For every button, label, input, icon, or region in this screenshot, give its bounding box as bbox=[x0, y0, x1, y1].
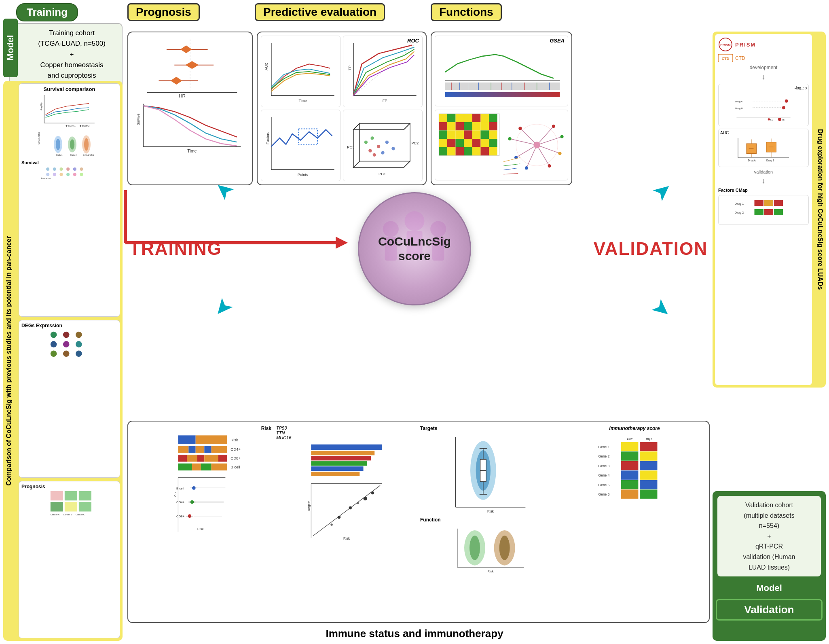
validation-cohort-inner: Validation cohort(multiple datasetsn=554… bbox=[716, 494, 823, 578]
svg-marker-56 bbox=[185, 61, 199, 69]
svg-rect-228 bbox=[211, 464, 227, 470]
immunotherapy-heatmap: Low High Gene 1 Gene 2 Gene 3 Gene 4 Gen… bbox=[564, 433, 705, 562]
svg-point-89 bbox=[373, 153, 376, 157]
svg-line-81 bbox=[404, 161, 410, 167]
gsea-chart: GSEA bbox=[435, 36, 568, 106]
survival-curve: Survive Time bbox=[131, 100, 249, 155]
svg-rect-195 bbox=[764, 200, 774, 206]
svg-rect-122 bbox=[489, 122, 497, 131]
svg-rect-121 bbox=[480, 122, 489, 131]
svg-point-155 bbox=[508, 137, 512, 140]
violin-plots: CoCuLncSig Study 1 Study 2 CoCuLncSig bbox=[21, 130, 117, 159]
svg-point-5 bbox=[80, 125, 81, 127]
svg-text:PC3: PC3 bbox=[347, 145, 354, 149]
svg-rect-120 bbox=[472, 122, 481, 131]
svg-marker-80 bbox=[353, 123, 410, 130]
model-label: Model bbox=[3, 19, 18, 77]
svg-text:Gene 4: Gene 4 bbox=[598, 473, 610, 477]
survival-comparison-box: Survival comparison -log10p Study 1 Stud bbox=[19, 83, 120, 317]
svg-line-150 bbox=[537, 145, 560, 154]
svg-point-33 bbox=[51, 341, 57, 347]
svg-text:CD8+: CD8+ bbox=[176, 515, 185, 518]
svg-point-26 bbox=[66, 173, 70, 176]
prognosis-header: Prognosis bbox=[127, 3, 200, 21]
drug-inner: PRISM PRISM CTD CTD development ↓ -log₁₀… bbox=[715, 34, 812, 385]
ctd-label: CTD bbox=[735, 55, 745, 61]
svg-text:Cancer A: Cancer A bbox=[51, 513, 60, 515]
prognosis-heatmap: Cancer A Cancer B Cancer C bbox=[21, 489, 117, 518]
svg-point-161 bbox=[525, 166, 528, 169]
svg-text:Targets: Targets bbox=[307, 501, 311, 512]
svg-rect-299 bbox=[621, 489, 638, 499]
auc-box-label: AUC bbox=[720, 131, 807, 135]
svg-rect-287 bbox=[621, 451, 638, 461]
svg-line-151 bbox=[537, 145, 550, 166]
gene-network-chart bbox=[435, 110, 568, 180]
svg-point-261 bbox=[330, 523, 333, 526]
svg-rect-200 bbox=[774, 209, 783, 215]
svg-rect-294 bbox=[640, 470, 657, 480]
degs-chart: Cancer A Cancer B Cancer C bbox=[21, 328, 117, 357]
svg-rect-132 bbox=[456, 139, 464, 147]
factors-cmap-label: Factors CMap bbox=[718, 188, 809, 193]
svg-point-176 bbox=[782, 106, 785, 109]
svg-point-177 bbox=[768, 118, 770, 120]
prism-area: PRISM PRISM bbox=[718, 37, 809, 52]
svg-point-37 bbox=[63, 351, 70, 357]
svg-rect-199 bbox=[764, 209, 774, 215]
svg-line-256 bbox=[313, 485, 380, 536]
drug-heatmap-chart: Drug 1 Drug 2 bbox=[720, 197, 807, 221]
validation-bottom-label: Validation bbox=[716, 599, 823, 621]
svg-rect-131 bbox=[447, 139, 456, 147]
svg-rect-124 bbox=[447, 130, 456, 139]
mutation-genes: TP53 TTN MUC16 bbox=[276, 426, 417, 440]
svg-text:TP: TP bbox=[348, 66, 352, 70]
svg-rect-127 bbox=[472, 130, 481, 139]
svg-rect-225 bbox=[178, 464, 192, 470]
svg-rect-77 bbox=[298, 129, 317, 144]
svg-text:PC2: PC2 bbox=[411, 141, 419, 145]
svg-rect-211 bbox=[196, 435, 227, 444]
prognosis-heatmap-label: Prognosis bbox=[21, 484, 117, 489]
svg-rect-247 bbox=[311, 451, 374, 455]
svg-rect-119 bbox=[464, 122, 472, 131]
prognosis-panel: HR Survive Time bbox=[127, 32, 253, 185]
svg-line-165 bbox=[503, 174, 518, 174]
predictive-panel: AUC Time ROC TP FP bbox=[257, 32, 427, 185]
svg-rect-112 bbox=[464, 114, 472, 122]
svg-text:Risk: Risk bbox=[197, 527, 203, 531]
svg-point-20 bbox=[66, 167, 70, 171]
svg-rect-42 bbox=[51, 491, 63, 500]
svg-point-11 bbox=[70, 139, 74, 149]
svg-text:Gene 3: Gene 3 bbox=[598, 464, 610, 468]
cyan-arrow-bottom-right: ➤ bbox=[647, 292, 677, 324]
svg-text:CD4+: CD4+ bbox=[231, 447, 241, 451]
svg-point-23 bbox=[46, 173, 49, 176]
svg-point-160 bbox=[548, 164, 551, 167]
auc-boxplot: AUC Drug A Drug B bbox=[718, 129, 809, 167]
svg-point-159 bbox=[558, 152, 561, 155]
svg-text:Cancer B: Cancer B bbox=[63, 513, 72, 515]
svg-rect-129 bbox=[489, 130, 497, 139]
svg-rect-96 bbox=[445, 83, 560, 90]
svg-text:Gene 1: Gene 1 bbox=[598, 445, 610, 449]
svg-rect-138 bbox=[447, 147, 456, 156]
survival-comparison-chart: -log10p Study 1 Study 2 bbox=[21, 92, 117, 129]
svg-rect-248 bbox=[311, 456, 371, 460]
svg-rect-140 bbox=[464, 147, 472, 156]
validation-model-panel: Validation cohort(multiple datasetsn=554… bbox=[713, 491, 826, 641]
center-circle: CoCuLncSig score bbox=[358, 192, 471, 305]
drug-title: Drug exploration for high CoCuLncSig sco… bbox=[816, 52, 824, 367]
svg-point-87 bbox=[368, 149, 372, 152]
svg-point-92 bbox=[381, 151, 384, 155]
svg-text:Drug A: Drug A bbox=[748, 159, 756, 162]
svg-point-24 bbox=[53, 173, 56, 176]
immune-col3: Targets Risk bbox=[420, 426, 561, 618]
svg-point-202 bbox=[405, 211, 425, 231]
svg-rect-216 bbox=[204, 446, 211, 453]
svg-text:High: High bbox=[646, 437, 652, 441]
comparison-panel: Comparison of CoCuLncSig with previous s… bbox=[3, 81, 123, 641]
svg-point-38 bbox=[76, 351, 82, 357]
immune-col4: Immunotherapy score Low High Gene 1 Gene… bbox=[564, 426, 705, 618]
svg-text:Cancer C: Cancer C bbox=[76, 513, 85, 515]
